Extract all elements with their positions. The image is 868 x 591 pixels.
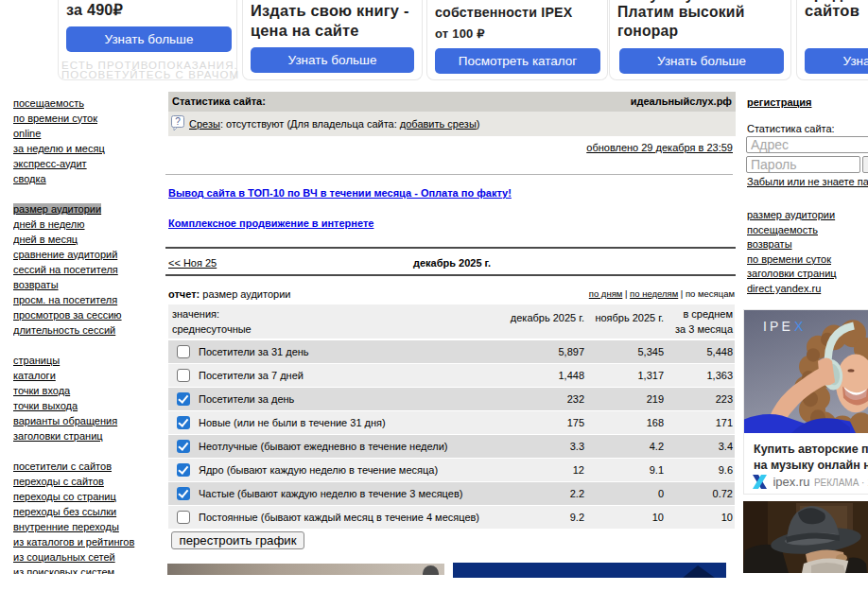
svg-text:?: ?: [175, 116, 181, 127]
svg-text:IPE: IPE: [763, 318, 793, 333]
svg-text:X: X: [794, 318, 804, 333]
